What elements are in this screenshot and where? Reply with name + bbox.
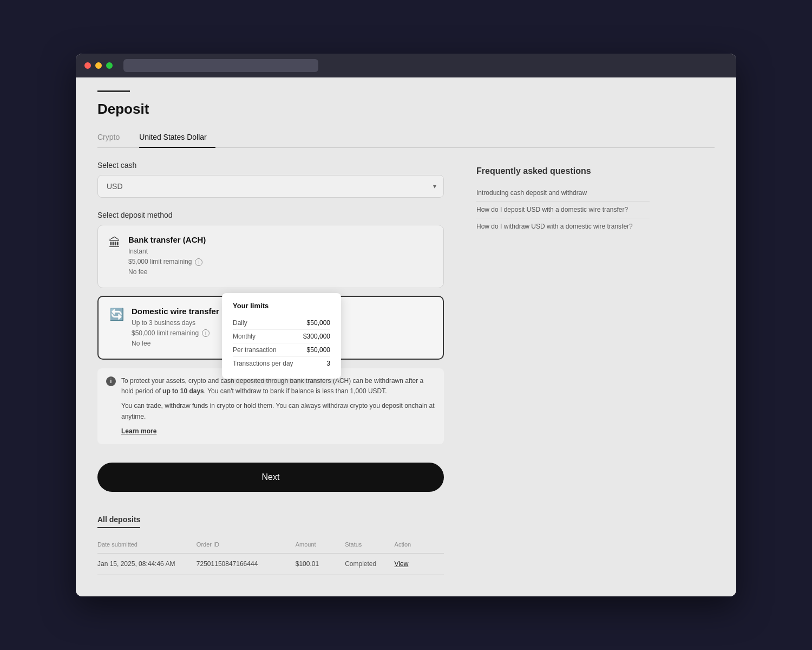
- tab-usd[interactable]: United States Dollar: [139, 128, 215, 148]
- per-tx-value: $50,000: [307, 346, 330, 354]
- right-column: Frequently asked questions Introducing c…: [476, 161, 650, 575]
- close-dot[interactable]: [84, 62, 91, 69]
- deposits-section: All deposits Date submitted Order ID Amo…: [97, 515, 444, 575]
- daily-label: Daily: [233, 319, 247, 327]
- row-date: Jan 15, 2025, 08:44:46 AM: [97, 560, 197, 568]
- url-bar[interactable]: [123, 59, 318, 72]
- tooltip-title: Your limits: [233, 302, 330, 310]
- maximize-dot[interactable]: [106, 62, 113, 69]
- tx-per-day-value: 3: [326, 360, 330, 367]
- wire-info-icon[interactable]: i: [202, 329, 209, 337]
- tooltip-row-daily: Daily $50,000: [233, 316, 330, 330]
- main-layout: Select cash USD ▾ Select deposit method …: [97, 161, 715, 575]
- notice-text: To protect your assets, crypto and cash …: [121, 376, 435, 437]
- ach-info-icon[interactable]: i: [195, 258, 202, 266]
- select-cash-label: Select cash: [97, 161, 444, 170]
- cash-select-value: USD: [107, 182, 123, 191]
- col-status: Status: [345, 541, 394, 548]
- method-card-ach[interactable]: 🏛 Bank transfer (ACH) Instant $5,000 lim…: [97, 225, 444, 288]
- browser-bar: [76, 54, 736, 77]
- per-tx-label: Per transaction: [233, 346, 277, 354]
- ach-limit: $5,000 limit remaining i: [128, 257, 206, 267]
- notice-text-p1: To protect your assets, crypto and cash …: [121, 376, 435, 396]
- faq-item-2[interactable]: How do I withdraw USD with a domestic wi…: [476, 218, 650, 235]
- ach-header: 🏛 Bank transfer (ACH) Instant $5,000 lim…: [109, 235, 433, 278]
- deposit-method-label: Select deposit method: [97, 211, 444, 219]
- tab-crypto[interactable]: Crypto: [97, 128, 128, 148]
- next-button[interactable]: Next: [97, 463, 444, 492]
- row-action[interactable]: View: [395, 560, 444, 568]
- wire-details: Domestic wire transfer Up to 3 business …: [132, 307, 219, 349]
- tabs-container: Crypto United States Dollar: [97, 128, 715, 148]
- table-header: Date submitted Order ID Amount Status Ac…: [97, 536, 444, 554]
- page-title: Deposit: [97, 101, 715, 118]
- info-notice: i To protect your assets, crypto and cas…: [97, 368, 444, 444]
- deposits-title: All deposits: [97, 515, 140, 528]
- cash-select-wrapper: USD ▾: [97, 175, 444, 198]
- ach-title: Bank transfer (ACH): [128, 235, 206, 244]
- col-date: Date submitted: [97, 541, 197, 548]
- tooltip-row-tx-per-day: Transactions per day 3: [233, 357, 330, 370]
- top-line-decoration: [97, 90, 130, 92]
- row-orderid: 72501150847166444: [197, 560, 296, 568]
- wire-title: Domestic wire transfer: [132, 307, 219, 316]
- cash-select[interactable]: USD: [97, 175, 444, 198]
- col-orderid: Order ID: [197, 541, 296, 548]
- limits-tooltip: Your limits Daily $50,000 Monthly $300,0…: [222, 293, 341, 379]
- ach-fee: No fee: [128, 267, 206, 277]
- col-action: Action: [395, 541, 444, 548]
- daily-value: $50,000: [307, 319, 330, 327]
- learn-more-link[interactable]: Learn more: [121, 426, 435, 437]
- ach-instant: Instant: [128, 246, 206, 257]
- wire-limit: $50,000 limit remaining i: [132, 328, 219, 339]
- wire-days: Up to 3 business days: [132, 318, 219, 328]
- row-status: Completed: [345, 560, 394, 568]
- notice-icon: i: [106, 376, 116, 386]
- notice-text-p2: You can trade, withdraw funds in crypto …: [121, 401, 435, 421]
- table-row: Jan 15, 2025, 08:44:46 AM 72501150847166…: [97, 554, 444, 575]
- faq-title: Frequently asked questions: [476, 166, 650, 176]
- wire-fee: No fee: [132, 339, 219, 349]
- monthly-label: Monthly: [233, 333, 256, 340]
- monthly-value: $300,000: [303, 333, 330, 340]
- ach-details: Bank transfer (ACH) Instant $5,000 limit…: [128, 235, 206, 278]
- tooltip-row-monthly: Monthly $300,000: [233, 330, 330, 343]
- col-amount: Amount: [296, 541, 345, 548]
- faq-item-0[interactable]: Introducing cash deposit and withdraw: [476, 185, 650, 202]
- wire-icon: 🔄: [109, 308, 124, 322]
- minimize-dot[interactable]: [95, 62, 102, 69]
- row-amount: $100.01: [296, 560, 345, 568]
- left-column: Select cash USD ▾ Select deposit method …: [97, 161, 444, 575]
- browser-window: Deposit Crypto United States Dollar Sele…: [76, 54, 736, 596]
- tx-per-day-label: Transactions per day: [233, 360, 293, 367]
- faq-item-1[interactable]: How do I deposit USD with a domestic wir…: [476, 202, 650, 218]
- bank-icon: 🏛: [109, 236, 121, 250]
- page-content: Deposit Crypto United States Dollar Sele…: [76, 77, 736, 596]
- tooltip-row-per-tx: Per transaction $50,000: [233, 343, 330, 357]
